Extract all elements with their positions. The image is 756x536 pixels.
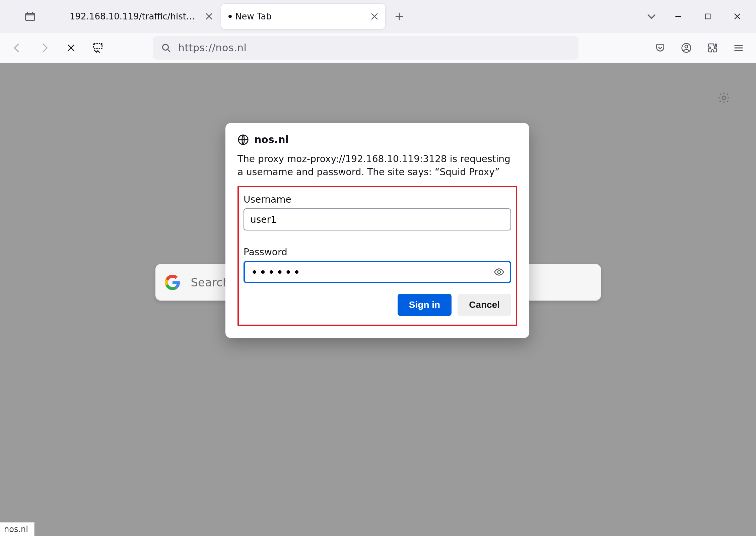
new-tab-button[interactable]: [389, 6, 410, 27]
maximize-button[interactable]: [693, 0, 723, 33]
svg-point-8: [498, 271, 500, 273]
tab-title: 192.168.10.119/traffic/history/realti: [70, 11, 198, 21]
maximize-icon: [704, 13, 711, 20]
sidebar-toggle[interactable]: [0, 0, 60, 33]
stop-button[interactable]: [59, 36, 83, 60]
tab-0[interactable]: 192.168.10.119/traffic/history/realti: [62, 4, 220, 29]
forward-button[interactable]: [32, 36, 56, 60]
username-input[interactable]: [244, 208, 511, 230]
username-label: Username: [244, 194, 511, 205]
arrow-left-icon: [12, 42, 23, 54]
puzzle-icon: [707, 43, 718, 53]
arrow-right-icon: [39, 42, 50, 54]
password-label: Password: [244, 247, 511, 258]
minimize-icon: [674, 12, 683, 21]
status-bar: nos.nl: [0, 522, 35, 536]
screenshot-button[interactable]: [86, 36, 110, 60]
gear-icon: [717, 91, 730, 104]
tabs: 192.168.10.119/traffic/history/realti Ne…: [60, 0, 410, 33]
svg-rect-1: [705, 14, 710, 19]
screenshot-icon: [92, 42, 104, 54]
sign-in-button[interactable]: Sign in: [398, 294, 452, 316]
google-icon: [165, 275, 180, 290]
dialog-origin: nos.nl: [237, 134, 517, 145]
tab-1[interactable]: New Tab: [221, 4, 385, 29]
account-icon: [681, 43, 692, 53]
newtab-customize-button[interactable]: [716, 90, 732, 106]
password-input[interactable]: [244, 261, 511, 283]
close-icon: [66, 43, 76, 53]
annotation-highlight: Username Password Sign in Cancel: [237, 186, 517, 326]
tab-title: New Tab: [235, 11, 272, 21]
minimize-button[interactable]: [664, 0, 693, 33]
tab-strip: 192.168.10.119/traffic/history/realti Ne…: [0, 0, 756, 33]
dialog-origin-text: nos.nl: [254, 134, 289, 145]
search-icon: [161, 43, 171, 53]
eye-icon: [494, 267, 504, 277]
url-bar[interactable]: https://nos.nl: [153, 36, 578, 60]
cancel-button[interactable]: Cancel: [458, 294, 511, 316]
close-icon[interactable]: [204, 12, 214, 21]
proxy-auth-dialog: nos.nl The proxy moz-proxy://192.168.10.…: [225, 123, 529, 338]
sidebar-icon: [24, 10, 36, 22]
navigation-toolbar: https://nos.nl: [0, 33, 756, 63]
modified-indicator-icon: [228, 15, 232, 18]
svg-point-5: [685, 45, 688, 48]
chevron-down-icon: [646, 11, 657, 22]
pocket-button[interactable]: [648, 36, 672, 60]
close-window-button[interactable]: [723, 0, 752, 33]
close-icon: [733, 12, 742, 21]
status-text: nos.nl: [4, 525, 28, 534]
tab-overflow-button[interactable]: [639, 0, 664, 33]
svg-point-6: [722, 96, 726, 99]
extensions-button[interactable]: [700, 36, 725, 60]
globe-icon: [237, 134, 249, 145]
reveal-password-button[interactable]: [493, 266, 505, 278]
account-button[interactable]: [674, 36, 698, 60]
page-content: Search with Google or enter address nos.…: [0, 63, 756, 536]
dialog-message: The proxy moz-proxy://192.168.10.119:312…: [237, 153, 517, 179]
app-menu-button[interactable]: [727, 36, 751, 60]
hamburger-icon: [734, 43, 744, 53]
url-text: https://nos.nl: [178, 42, 247, 54]
window-controls: [664, 0, 753, 33]
close-icon[interactable]: [370, 12, 379, 21]
pocket-icon: [655, 43, 666, 53]
back-button[interactable]: [5, 36, 29, 60]
